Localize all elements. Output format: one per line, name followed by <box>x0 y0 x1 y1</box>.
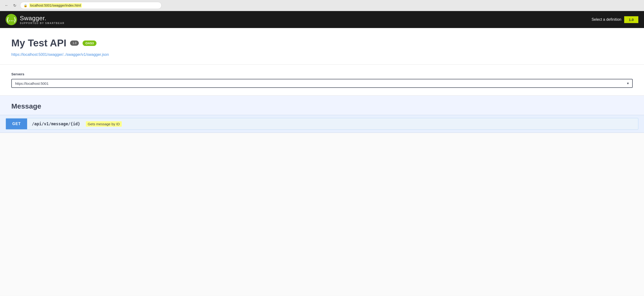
api-title: My Test API <box>11 37 66 49</box>
api-title-row: My Test API 1.0 OAS3 <box>11 37 633 49</box>
lock-icon: 🔒 <box>24 4 27 7</box>
address-bar[interactable]: 🔒 localhost:5001/swagger/index.html <box>20 2 162 9</box>
header-version-badge[interactable]: 1.0 <box>624 16 638 23</box>
swagger-json-link[interactable]: https://localhost:5001/swagger/../swagge… <box>11 52 109 56</box>
swagger-logo-name: Swagger. <box>20 14 64 22</box>
servers-dropdown[interactable]: https://localhost:5001 ▾ <box>11 79 633 88</box>
main-content: My Test API 1.0 OAS3 https://localhost:5… <box>0 28 644 296</box>
servers-label: Servers <box>11 72 633 76</box>
browser-chrome: ← ↻ 🔒 localhost:5001/swagger/index.html <box>0 0 644 11</box>
api-version-badge: 1.0 <box>70 40 79 46</box>
swagger-header: {…} Swagger. Supported by SMARTBEAR Sele… <box>0 11 644 28</box>
back-button[interactable]: ← <box>4 2 10 8</box>
url-text: localhost:5001/swagger/index.html <box>29 3 82 7</box>
select-definition-label: Select a definition <box>592 17 621 22</box>
swagger-logo-icon: {…} <box>6 14 17 25</box>
endpoint-row-get-message[interactable]: GET /api/v1/message/{id} Gets message by… <box>6 118 638 130</box>
swagger-logo-text: Swagger. Supported by SMARTBEAR <box>20 14 64 24</box>
swagger-logo-sub: Supported by SMARTBEAR <box>20 22 64 24</box>
api-section-header: Message <box>0 96 644 115</box>
endpoint-summary: Gets message by ID <box>86 121 122 127</box>
api-section-message: Message GET /api/v1/message/{id} Gets me… <box>0 96 644 133</box>
chevron-down-icon: ▾ <box>627 81 629 85</box>
servers-section: Servers https://localhost:5001 ▾ <box>0 65 644 96</box>
endpoint-method-get: GET <box>6 119 27 129</box>
api-info-section: My Test API 1.0 OAS3 https://localhost:5… <box>0 28 644 65</box>
refresh-button[interactable]: ↻ <box>12 2 17 9</box>
servers-selected-value: https://localhost:5001 <box>15 81 48 85</box>
oas3-badge: OAS3 <box>82 40 96 46</box>
endpoint-path: /api/v1/message/{id} <box>27 118 85 130</box>
header-right: Select a definition 1.0 <box>592 16 638 23</box>
api-section-title: Message <box>11 102 633 110</box>
swagger-logo: {…} Swagger. Supported by SMARTBEAR <box>6 14 64 25</box>
